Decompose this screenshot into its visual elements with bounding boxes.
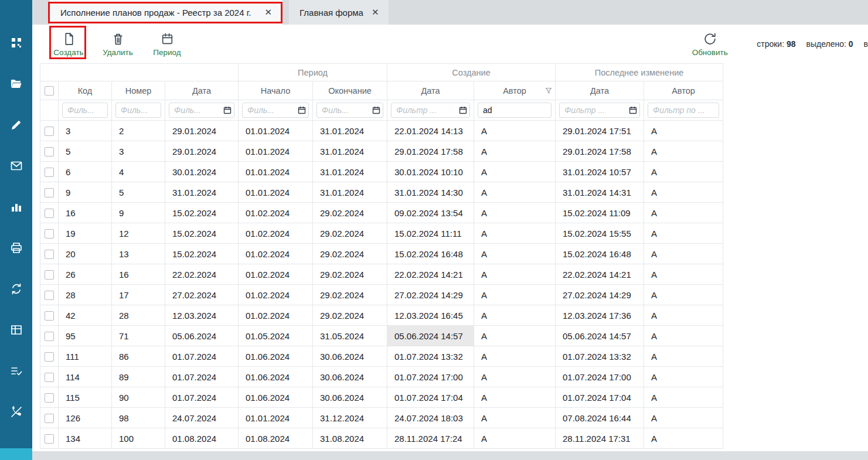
filter-input-kod[interactable] bbox=[62, 103, 108, 118]
bar-chart-icon[interactable] bbox=[9, 199, 24, 214]
cell[interactable]: 01.07.2024 bbox=[165, 346, 239, 367]
cell[interactable]: A bbox=[474, 428, 556, 449]
cell[interactable]: 01.01.2024 bbox=[239, 141, 313, 162]
cell[interactable]: 13 bbox=[112, 244, 165, 264]
col-header-izmenenie-data[interactable]: Дата bbox=[556, 81, 644, 100]
cell[interactable]: 86 bbox=[112, 346, 165, 367]
cell[interactable]: 01.02.2024 bbox=[239, 305, 313, 326]
cell[interactable]: 29.02.2024 bbox=[313, 244, 387, 264]
table-row[interactable]: 9531.01.202401.01.202431.01.202431.01.20… bbox=[40, 182, 723, 203]
cell[interactable]: 29.01.2024 17:51 bbox=[556, 121, 644, 141]
cell[interactable]: 01.07.2024 13:32 bbox=[387, 346, 474, 367]
cell[interactable]: 01.01.2024 bbox=[239, 182, 313, 203]
row-checkbox[interactable] bbox=[45, 168, 54, 177]
cell[interactable]: A bbox=[474, 244, 556, 264]
cell[interactable]: 28.11.2024 17:31 bbox=[556, 428, 644, 449]
cell[interactable]: 89 bbox=[112, 367, 165, 387]
cell[interactable]: 111 bbox=[59, 346, 112, 367]
table-row[interactable]: 16915.02.202401.02.202429.02.202409.02.2… bbox=[40, 203, 723, 223]
cell[interactable]: 29.02.2024 bbox=[313, 203, 387, 223]
filter-input-izmenenie-avtor[interactable] bbox=[648, 103, 719, 118]
cell[interactable]: A bbox=[644, 223, 723, 244]
cell[interactable]: 15.02.2024 bbox=[165, 244, 239, 264]
cell[interactable]: 29.01.2024 bbox=[165, 141, 239, 162]
col-header-izmenenie-avtor[interactable]: Автор bbox=[644, 81, 723, 100]
table-row[interactable]: 201315.02.202401.02.202429.02.202415.02.… bbox=[40, 244, 723, 264]
delete-button[interactable]: Удалить bbox=[99, 32, 137, 57]
cell[interactable]: 01.07.2024 17:00 bbox=[556, 367, 644, 387]
filter-input-izmenenie-data[interactable] bbox=[559, 103, 640, 118]
cell[interactable]: 5 bbox=[112, 182, 165, 203]
cell[interactable]: 30.01.2024 bbox=[165, 162, 239, 182]
cell[interactable]: 01.02.2024 bbox=[239, 264, 313, 285]
qr-code-icon[interactable] bbox=[9, 35, 24, 50]
filter-input-sozdanie-data[interactable] bbox=[391, 103, 470, 118]
printer-icon[interactable] bbox=[9, 240, 24, 255]
sync-icon[interactable] bbox=[9, 281, 24, 297]
cell[interactable]: 42 bbox=[59, 305, 112, 326]
refresh-button[interactable]: Обновить bbox=[691, 32, 729, 57]
cell[interactable]: 01.01.2024 bbox=[239, 121, 313, 141]
create-button[interactable]: Создать bbox=[50, 32, 87, 57]
cell[interactable]: 01.07.2024 bbox=[165, 387, 239, 408]
cell[interactable]: 17 bbox=[112, 285, 165, 305]
task-list-icon[interactable] bbox=[9, 363, 24, 379]
cell[interactable]: 01.02.2024 bbox=[239, 203, 313, 223]
cell[interactable]: 15.02.2024 15:55 bbox=[556, 223, 644, 244]
table-row[interactable]: 191215.02.202401.02.202429.02.202415.02.… bbox=[40, 223, 723, 244]
cell[interactable]: 15.02.2024 11:11 bbox=[387, 223, 474, 244]
cell[interactable]: 9 bbox=[112, 203, 165, 223]
cell[interactable]: 12.03.2024 bbox=[165, 305, 239, 326]
cell[interactable]: A bbox=[474, 203, 556, 223]
cell[interactable]: 15.02.2024 16:48 bbox=[556, 244, 644, 264]
period-button[interactable]: Период bbox=[148, 32, 186, 57]
cell[interactable]: 01.02.2024 bbox=[239, 244, 313, 264]
cell[interactable]: A bbox=[644, 326, 723, 346]
table-row[interactable]: 1269824.07.202401.01.202431.12.202424.07… bbox=[40, 408, 723, 428]
table-row[interactable]: 281727.02.202401.02.202429.02.202427.02.… bbox=[40, 285, 723, 305]
cell[interactable]: A bbox=[474, 367, 556, 387]
select-all-checkbox[interactable] bbox=[45, 86, 54, 96]
cell[interactable]: 29.02.2024 bbox=[313, 264, 387, 285]
cell[interactable]: A bbox=[644, 387, 723, 408]
cell[interactable]: 29.02.2024 bbox=[313, 305, 387, 326]
cell[interactable]: A bbox=[644, 305, 723, 326]
calendar-icon[interactable] bbox=[372, 106, 380, 114]
cell[interactable]: 01.05.2024 bbox=[239, 326, 313, 346]
cell[interactable]: 15.02.2024 16:48 bbox=[387, 244, 474, 264]
row-checkbox[interactable] bbox=[45, 373, 54, 382]
cell[interactable]: 01.06.2024 bbox=[239, 367, 313, 387]
filter-input-sozdanie-avtor[interactable] bbox=[478, 103, 552, 118]
row-checkbox[interactable] bbox=[45, 188, 54, 197]
col-header-sozdanie-data[interactable]: Дата bbox=[387, 81, 474, 100]
cell[interactable]: 95 bbox=[59, 326, 112, 346]
cell[interactable]: 01.07.2024 bbox=[165, 367, 239, 387]
cell[interactable]: 134 bbox=[59, 428, 112, 449]
cell[interactable]: A bbox=[644, 428, 723, 449]
row-checkbox[interactable] bbox=[45, 352, 54, 362]
pencil-icon[interactable] bbox=[9, 117, 24, 132]
cell[interactable]: 24.07.2024 18:03 bbox=[387, 408, 474, 428]
cell[interactable]: A bbox=[474, 285, 556, 305]
cell[interactable]: 26 bbox=[59, 264, 112, 285]
cell[interactable]: 01.06.2024 bbox=[239, 346, 313, 367]
cell[interactable]: 114 bbox=[59, 367, 112, 387]
cell[interactable]: A bbox=[474, 305, 556, 326]
cell[interactable]: A bbox=[644, 121, 723, 141]
data-table-icon[interactable] bbox=[9, 322, 24, 338]
cell[interactable]: 2 bbox=[112, 121, 165, 141]
cell[interactable]: A bbox=[474, 223, 556, 244]
cell[interactable]: 22.01.2024 14:13 bbox=[387, 121, 474, 141]
cell[interactable]: 01.02.2024 bbox=[239, 223, 313, 244]
row-checkbox[interactable] bbox=[45, 270, 54, 280]
cell[interactable]: 29.02.2024 bbox=[313, 285, 387, 305]
cell[interactable]: 12.03.2024 17:36 bbox=[556, 305, 644, 326]
calendar-icon[interactable] bbox=[459, 106, 467, 114]
cell[interactable]: A bbox=[644, 285, 723, 305]
col-header-kod[interactable]: Код bbox=[59, 81, 112, 100]
cell[interactable]: 31.01.2024 bbox=[313, 162, 387, 182]
cell[interactable]: 28 bbox=[59, 285, 112, 305]
cell[interactable]: A bbox=[644, 203, 723, 223]
cell[interactable]: 01.07.2024 17:04 bbox=[556, 387, 644, 408]
cell[interactable]: A bbox=[474, 121, 556, 141]
